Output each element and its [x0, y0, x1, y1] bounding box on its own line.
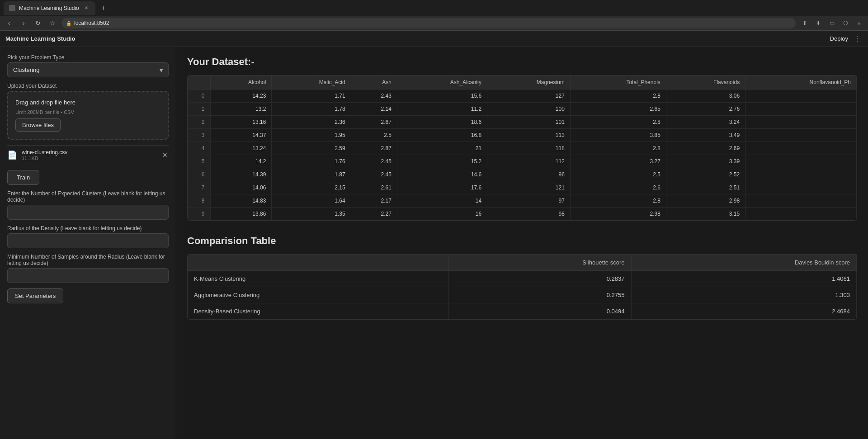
file-remove-button[interactable]: ✕	[161, 151, 169, 160]
table-cell: 101	[487, 116, 571, 129]
table-cell: 2.87	[351, 142, 397, 155]
radius-input[interactable]	[7, 233, 169, 248]
table-row: 014.231.712.4315.61272.83.06	[188, 90, 857, 103]
table-row: 814.831.642.1714972.82.98	[188, 194, 857, 208]
table-cell: 14.83	[210, 194, 272, 208]
table-cell: 15.2	[397, 155, 487, 168]
table-cell	[745, 168, 857, 181]
refresh-button[interactable]: ↻	[33, 18, 43, 28]
table-cell: 2	[188, 116, 210, 129]
min-samples-label: Minimum Number of Samples around the Rad…	[7, 254, 169, 266]
file-size: 11.1KB	[22, 156, 157, 161]
table-cell: 3.49	[666, 129, 745, 142]
app-topbar: Machine Learning Studio Deploy ⋮	[0, 31, 868, 47]
comp-col-davies: Davies Bouldin score	[631, 255, 857, 271]
problem-type-select[interactable]: Clustering Classification Regression	[7, 62, 169, 77]
table-cell: 2.76	[666, 103, 745, 116]
set-parameters-button[interactable]: Set Parameters	[7, 288, 63, 303]
table-cell: 96	[487, 168, 571, 181]
min-samples-input[interactable]	[7, 268, 169, 283]
table-cell: 2.5	[570, 168, 666, 181]
table-row: K-Means Clustering0.28371.4061	[188, 271, 857, 287]
table-cell: 15.6	[397, 90, 487, 103]
browser-chrome: Machine Learning Studio ✕ + ‹ › ↻ ☆ 🔒 lo…	[0, 0, 868, 31]
address-bar[interactable]: 🔒 localhost:8502	[61, 18, 796, 28]
dataset-title: Your Dataset:-	[187, 56, 857, 68]
table-cell: 98	[487, 208, 571, 221]
table-cell: 2.65	[570, 103, 666, 116]
table-cell: 2.69	[666, 142, 745, 155]
col-alcohol: Alcohol	[210, 76, 272, 90]
col-total-phenols: Total_Phenols	[570, 76, 666, 90]
table-cell: 2.6	[570, 181, 666, 194]
table-cell: 13.24	[210, 142, 272, 155]
table-cell: 2.27	[351, 208, 397, 221]
sidebar: Pick your Problem Type Clustering Classi…	[0, 47, 176, 439]
table-cell: 112	[487, 155, 571, 168]
app-title: Machine Learning Studio	[5, 35, 75, 42]
comparison-table: Silhouette score Davies Bouldin score K-…	[188, 255, 857, 319]
main-content: Your Dataset:- Alcohol Malic_Acid Ash As…	[176, 47, 868, 439]
new-tab-button[interactable]: +	[97, 2, 110, 14]
cast-icon[interactable]: ▭	[826, 18, 837, 28]
comp-col-silhouette: Silhouette score	[449, 255, 631, 271]
table-cell: 14.06	[210, 181, 272, 194]
tab-favicon	[9, 5, 15, 11]
download-icon[interactable]: ⬇	[813, 18, 824, 28]
problem-type-label: Pick your Problem Type	[7, 54, 169, 61]
table-cell: 2.45	[351, 155, 397, 168]
tab-close-button[interactable]: ✕	[83, 5, 90, 12]
browser-menu-icon[interactable]: ≡	[854, 18, 864, 28]
table-cell	[745, 116, 857, 129]
deploy-button[interactable]: Deploy	[826, 33, 852, 44]
table-row: 213.162.362.6718.61012.83.24	[188, 116, 857, 129]
table-cell: 2.8	[570, 90, 666, 103]
train-button[interactable]: Train	[7, 170, 39, 185]
table-cell: 2.4684	[631, 303, 857, 320]
comparison-header-row: Silhouette score Davies Bouldin score	[188, 255, 857, 271]
table-cell: 5	[188, 155, 210, 168]
problem-select-wrapper: Clustering Classification Regression ▼	[7, 62, 169, 77]
col-nonflavanoid: Nonflavanoid_Ph	[745, 76, 857, 90]
dataset-header-row: Alcohol Malic_Acid Ash Ash_Alcanity Magn…	[188, 76, 857, 90]
upload-section: Upload your Dataset Drag and drop file h…	[7, 83, 169, 140]
file-item: 📄 wine-clustering.csv 11.1KB ✕	[7, 145, 169, 165]
table-cell: 13.2	[210, 103, 272, 116]
table-cell: 1.303	[631, 287, 857, 303]
lock-icon: 🔒	[66, 21, 71, 26]
table-cell: 121	[487, 181, 571, 194]
table-cell: 17.6	[397, 181, 487, 194]
tab-label: Machine Learning Studio	[19, 5, 79, 11]
nav-bar: ‹ › ↻ ☆ 🔒 localhost:8502 ⬆ ⬇ ▭ ⬡ ≡	[0, 16, 868, 30]
table-row: 314.371.952.516.81133.853.49	[188, 129, 857, 142]
bookmark-icon[interactable]: ☆	[47, 18, 58, 28]
forward-button[interactable]: ›	[18, 18, 29, 28]
table-row: 413.242.592.87211182.82.69	[188, 142, 857, 155]
table-cell: 13.16	[210, 116, 272, 129]
more-options-button[interactable]: ⋮	[852, 33, 863, 45]
table-cell: 13.86	[210, 208, 272, 221]
table-cell: 14	[397, 194, 487, 208]
table-cell: 2.67	[351, 116, 397, 129]
comparison-title: Comparision Table	[187, 235, 857, 247]
browse-files-button[interactable]: Browse files	[15, 118, 61, 132]
extensions-icon[interactable]: ⬡	[840, 18, 851, 28]
col-index	[188, 76, 210, 90]
dataset-table-wrapper: Alcohol Malic_Acid Ash Ash_Alcanity Magn…	[187, 75, 857, 221]
share-icon[interactable]: ⬆	[799, 18, 810, 28]
table-cell: 1.64	[272, 194, 351, 208]
file-name: wine-clustering.csv	[22, 149, 157, 156]
upload-dropzone[interactable]: Drag and drop file here Limit 200MB per …	[7, 91, 169, 140]
clusters-label: Enter the Number of Expected Clusters (L…	[7, 190, 169, 203]
table-cell: 18.6	[397, 116, 487, 129]
table-cell: 2.8	[570, 142, 666, 155]
radius-label: Radius of the Density (Leave blank for l…	[7, 225, 169, 231]
table-cell: 2.98	[666, 194, 745, 208]
back-button[interactable]: ‹	[4, 18, 14, 28]
table-cell	[745, 142, 857, 155]
table-cell: 3.27	[570, 155, 666, 168]
radius-section: Radius of the Density (Leave blank for l…	[7, 225, 169, 248]
clusters-input[interactable]	[7, 205, 169, 220]
active-tab[interactable]: Machine Learning Studio ✕	[4, 1, 95, 15]
table-cell: 1.76	[272, 155, 351, 168]
